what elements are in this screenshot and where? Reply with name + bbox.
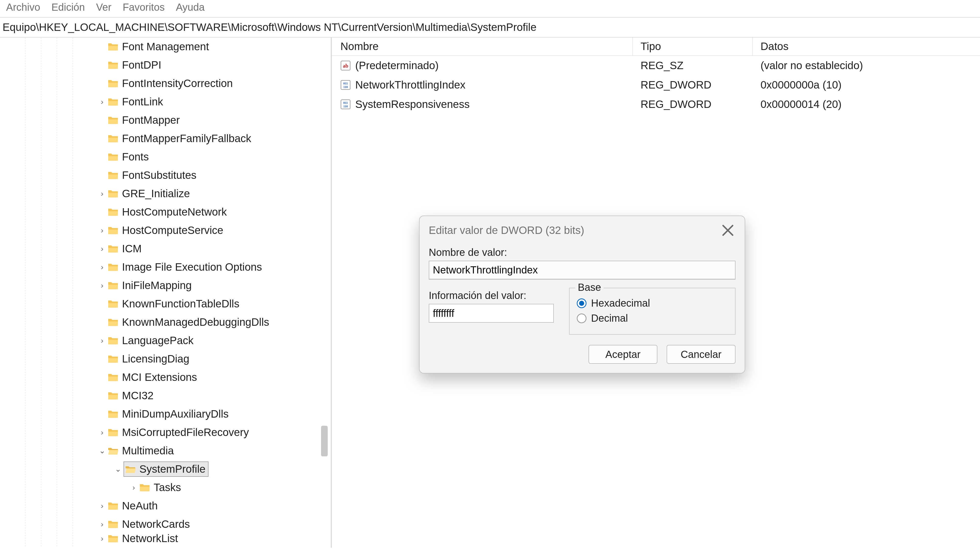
chevron-right-icon[interactable]: ›	[128, 484, 139, 491]
cancel-button[interactable]: Cancelar	[667, 345, 735, 364]
tree-item[interactable]: ›FontMapperFamilyFallback	[0, 129, 317, 148]
chevron-down-icon[interactable]: ⌄	[97, 447, 108, 454]
folder-icon	[108, 134, 118, 143]
value-row[interactable]: NetworkThrottlingIndexREG_DWORD0x0000000…	[332, 75, 980, 95]
tree-item-label: ICM	[122, 243, 142, 255]
tree-item[interactable]: ⌄Multimedia	[0, 441, 317, 460]
value-name: NetworkThrottlingIndex	[355, 79, 466, 91]
tree-item-label: MCI32	[122, 389, 154, 402]
tree-item-label: SystemProfile	[139, 463, 205, 475]
tree-item[interactable]: ›NeAuth	[0, 497, 317, 515]
value-name-input[interactable]	[429, 261, 735, 279]
folder-icon	[108, 208, 118, 216]
tree-item-label: HostComputeService	[122, 224, 223, 237]
chevron-right-icon[interactable]: ›	[97, 263, 108, 271]
tree-item[interactable]: ›IniFileMapping	[0, 276, 317, 295]
value-type: REG_DWORD	[633, 75, 753, 95]
tree-item[interactable]: ›NetworkCards	[0, 515, 317, 534]
value-data: 0x00000014 (20)	[753, 95, 842, 114]
tree-item-label: LicensingDiag	[122, 353, 189, 365]
tree-item[interactable]: ›Tasks	[0, 478, 317, 497]
radio-dec-label: Decimal	[591, 313, 628, 324]
tree-item[interactable]: ›MiniDumpAuxiliaryDlls	[0, 405, 317, 423]
tree-scrollbar[interactable]	[321, 48, 328, 532]
chevron-down-icon[interactable]: ⌄	[112, 465, 124, 473]
tree-item[interactable]: ›HostComputeService	[0, 221, 317, 240]
value-data-label: Información del valor:	[429, 290, 554, 301]
tree-item-label: NeAuth	[122, 500, 158, 512]
tree-pane: ›Font Management›FontDPI›FontIntensityCo…	[0, 38, 332, 548]
tree-item[interactable]: ›Image File Execution Options	[0, 258, 317, 276]
tree-item[interactable]: ›FontLink	[0, 93, 317, 111]
folder-icon	[108, 171, 118, 179]
tree-item-label: FontLink	[122, 96, 163, 108]
value-data-input[interactable]	[429, 304, 554, 323]
tree-item-label: MsiCorruptedFileRecovery	[122, 426, 249, 438]
tree-item[interactable]: ⌄SystemProfile	[0, 460, 317, 478]
tree-item[interactable]: ›NetworkList	[0, 534, 317, 544]
folder-icon	[108, 97, 118, 106]
chevron-right-icon[interactable]: ›	[97, 190, 108, 197]
chevron-right-icon[interactable]: ›	[97, 227, 108, 234]
tree-item-label: Multimedia	[122, 445, 174, 457]
folder-icon	[108, 42, 118, 51]
chevron-right-icon[interactable]: ›	[97, 98, 108, 106]
close-icon[interactable]	[720, 223, 735, 238]
menu-ver[interactable]: Ver	[96, 2, 111, 13]
menu-edicion[interactable]: Edición	[51, 2, 85, 13]
value-data: (valor no establecido)	[753, 56, 863, 75]
tree-item-label: NetworkList	[122, 532, 178, 544]
folder-icon	[108, 300, 118, 308]
value-row[interactable]: SystemResponsivenessREG_DWORD0x00000014 …	[332, 95, 980, 114]
tree-item[interactable]: ›FontSubstitutes	[0, 166, 317, 184]
radio-hexadecimal[interactable]: Hexadecimal	[577, 297, 726, 309]
tree-item-label: MiniDumpAuxiliaryDlls	[122, 408, 229, 420]
tree-scrollbar-thumb[interactable]	[321, 426, 328, 456]
address-bar[interactable]: Equipo\HKEY_LOCAL_MACHINE\SOFTWARE\Micro…	[0, 17, 980, 38]
tree-item[interactable]: ›MsiCorruptedFileRecovery	[0, 423, 317, 441]
col-header-name[interactable]: Nombre	[332, 38, 633, 56]
registry-tree[interactable]: ›Font Management›FontDPI›FontIntensityCo…	[0, 38, 317, 544]
col-header-data[interactable]: Datos	[753, 38, 789, 56]
tree-item[interactable]: ›FontIntensityCorrection	[0, 74, 317, 93]
menu-ayuda[interactable]: Ayuda	[176, 2, 205, 13]
radio-decimal[interactable]: Decimal	[577, 313, 726, 324]
values-list[interactable]: (Predeterminado)REG_SZ(valor no establec…	[332, 56, 980, 114]
folder-icon	[108, 61, 118, 69]
folder-icon	[108, 318, 118, 327]
chevron-right-icon[interactable]: ›	[97, 520, 108, 528]
tree-item[interactable]: ›KnownFunctionTableDlls	[0, 295, 317, 313]
tree-item[interactable]: ›FontDPI	[0, 56, 317, 74]
tree-item[interactable]: ›ICM	[0, 240, 317, 258]
chevron-right-icon[interactable]: ›	[97, 337, 108, 345]
reg-binary-icon	[340, 99, 351, 110]
chevron-right-icon[interactable]: ›	[97, 535, 108, 542]
reg-string-icon	[340, 60, 351, 71]
chevron-right-icon[interactable]: ›	[97, 282, 108, 289]
tree-item[interactable]: ›GRE_Initialize	[0, 184, 317, 203]
tree-item[interactable]: ›Fonts	[0, 148, 317, 166]
values-header: Nombre Tipo Datos	[332, 38, 980, 56]
tree-item[interactable]: ›KnownManagedDebuggingDlls	[0, 313, 317, 331]
tree-item-label: Image File Execution Options	[122, 261, 262, 273]
dialog-titlebar[interactable]: Editar valor de DWORD (32 bits)	[420, 216, 745, 245]
tree-item[interactable]: ›FontMapper	[0, 111, 317, 129]
menu-favoritos[interactable]: Favoritos	[123, 2, 165, 13]
tree-item[interactable]: ›MCI Extensions	[0, 368, 317, 386]
tree-item[interactable]: ›MCI32	[0, 386, 317, 405]
reg-binary-icon	[340, 80, 351, 90]
col-header-type[interactable]: Tipo	[633, 38, 753, 56]
chevron-right-icon[interactable]: ›	[97, 429, 108, 436]
tree-item[interactable]: ›Font Management	[0, 38, 317, 56]
menu-archivo[interactable]: Archivo	[6, 2, 40, 13]
tree-item[interactable]: ›HostComputeNetwork	[0, 203, 317, 221]
menubar: Archivo Edición Ver Favoritos Ayuda	[0, 0, 980, 17]
tree-item[interactable]: ›LicensingDiag	[0, 350, 317, 368]
chevron-right-icon[interactable]: ›	[97, 245, 108, 252]
ok-button[interactable]: Aceptar	[589, 345, 657, 364]
tree-item[interactable]: ›LanguagePack	[0, 331, 317, 350]
chevron-right-icon[interactable]: ›	[97, 502, 108, 510]
folder-icon	[108, 189, 118, 198]
value-row[interactable]: (Predeterminado)REG_SZ(valor no establec…	[332, 56, 980, 75]
tree-item-label: IniFileMapping	[122, 279, 192, 292]
